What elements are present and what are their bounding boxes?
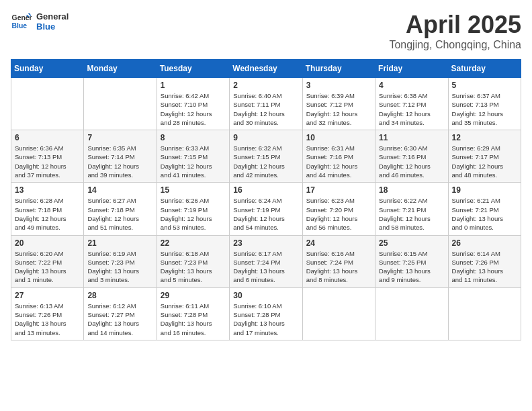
- day-number: 30: [233, 291, 298, 300]
- week-row-4: 20Sunrise: 6:20 AM Sunset: 7:22 PM Dayli…: [11, 235, 521, 287]
- day-info: Sunrise: 6:39 AM Sunset: 7:12 PM Dayligh…: [306, 91, 371, 127]
- day-number: 3: [306, 81, 371, 90]
- day-cell: 24Sunrise: 6:16 AM Sunset: 7:24 PM Dayli…: [302, 235, 375, 287]
- logo-line2: Blue: [36, 21, 69, 32]
- day-cell: 29Sunrise: 6:11 AM Sunset: 7:28 PM Dayli…: [157, 287, 229, 340]
- day-number: 17: [306, 185, 371, 195]
- day-info: Sunrise: 6:30 AM Sunset: 7:16 PM Dayligh…: [379, 144, 444, 179]
- day-info: Sunrise: 6:20 AM Sunset: 7:22 PM Dayligh…: [15, 249, 80, 285]
- day-cell: 8Sunrise: 6:33 AM Sunset: 7:15 PM Daylig…: [157, 130, 229, 183]
- week-row-1: 1Sunrise: 6:42 AM Sunset: 7:10 PM Daylig…: [11, 78, 521, 130]
- week-row-2: 6Sunrise: 6:36 AM Sunset: 7:13 PM Daylig…: [11, 130, 521, 183]
- day-info: Sunrise: 6:10 AM Sunset: 7:28 PM Dayligh…: [233, 302, 298, 337]
- day-cell: 12Sunrise: 6:29 AM Sunset: 7:17 PM Dayli…: [448, 130, 521, 183]
- day-info: Sunrise: 6:16 AM Sunset: 7:24 PM Dayligh…: [306, 249, 371, 285]
- day-cell: 17Sunrise: 6:23 AM Sunset: 7:20 PM Dayli…: [302, 183, 375, 235]
- day-info: Sunrise: 6:29 AM Sunset: 7:17 PM Dayligh…: [452, 144, 517, 179]
- day-number: 8: [161, 133, 226, 142]
- day-info: Sunrise: 6:13 AM Sunset: 7:26 PM Dayligh…: [15, 302, 80, 337]
- svg-text:General: General: [12, 14, 32, 21]
- day-cell: [448, 287, 521, 340]
- day-cell: 14Sunrise: 6:27 AM Sunset: 7:18 PM Dayli…: [84, 183, 157, 235]
- day-number: 2: [233, 81, 298, 90]
- day-number: 16: [233, 185, 298, 195]
- weekday-header-row: SundayMondayTuesdayWednesdayThursdayFrid…: [11, 60, 521, 78]
- day-number: 21: [87, 238, 152, 248]
- week-row-3: 13Sunrise: 6:28 AM Sunset: 7:18 PM Dayli…: [11, 183, 521, 235]
- day-info: Sunrise: 6:21 AM Sunset: 7:21 PM Dayligh…: [452, 196, 517, 232]
- day-number: 7: [87, 133, 152, 142]
- day-info: Sunrise: 6:33 AM Sunset: 7:15 PM Dayligh…: [161, 144, 226, 179]
- day-info: Sunrise: 6:14 AM Sunset: 7:26 PM Dayligh…: [452, 249, 517, 285]
- day-cell: 6Sunrise: 6:36 AM Sunset: 7:13 PM Daylig…: [11, 130, 84, 183]
- day-number: 19: [452, 185, 517, 195]
- weekday-header-thursday: Thursday: [302, 60, 375, 78]
- day-cell: 5Sunrise: 6:37 AM Sunset: 7:13 PM Daylig…: [448, 78, 521, 130]
- day-cell: 19Sunrise: 6:21 AM Sunset: 7:21 PM Dayli…: [448, 183, 521, 235]
- day-cell: 30Sunrise: 6:10 AM Sunset: 7:28 PM Dayli…: [230, 287, 302, 340]
- day-cell: [11, 78, 84, 130]
- day-info: Sunrise: 6:11 AM Sunset: 7:28 PM Dayligh…: [161, 302, 226, 337]
- logo-icon: General Blue: [11, 11, 32, 32]
- day-info: Sunrise: 6:19 AM Sunset: 7:23 PM Dayligh…: [87, 249, 152, 285]
- day-cell: 3Sunrise: 6:39 AM Sunset: 7:12 PM Daylig…: [302, 78, 375, 130]
- day-info: Sunrise: 6:27 AM Sunset: 7:18 PM Dayligh…: [87, 196, 152, 232]
- weekday-header-saturday: Saturday: [448, 60, 521, 78]
- day-cell: 18Sunrise: 6:22 AM Sunset: 7:21 PM Dayli…: [375, 183, 448, 235]
- day-number: 23: [233, 238, 298, 248]
- day-number: 25: [379, 238, 444, 248]
- day-info: Sunrise: 6:42 AM Sunset: 7:10 PM Dayligh…: [161, 91, 226, 127]
- day-cell: 21Sunrise: 6:19 AM Sunset: 7:23 PM Dayli…: [84, 235, 157, 287]
- day-number: 5: [452, 81, 517, 90]
- day-info: Sunrise: 6:28 AM Sunset: 7:18 PM Dayligh…: [15, 196, 80, 232]
- logo-line1: General: [36, 11, 69, 21]
- day-cell: [84, 78, 157, 130]
- day-cell: 4Sunrise: 6:38 AM Sunset: 7:12 PM Daylig…: [375, 78, 448, 130]
- week-row-5: 27Sunrise: 6:13 AM Sunset: 7:26 PM Dayli…: [11, 287, 521, 340]
- day-number: 1: [161, 81, 226, 90]
- weekday-header-sunday: Sunday: [11, 60, 84, 78]
- day-cell: 9Sunrise: 6:32 AM Sunset: 7:15 PM Daylig…: [230, 130, 302, 183]
- day-info: Sunrise: 6:12 AM Sunset: 7:27 PM Dayligh…: [87, 302, 152, 337]
- day-cell: [302, 287, 375, 340]
- weekday-header-monday: Monday: [84, 60, 157, 78]
- svg-text:Blue: Blue: [12, 22, 28, 30]
- day-info: Sunrise: 6:24 AM Sunset: 7:19 PM Dayligh…: [233, 196, 298, 232]
- day-info: Sunrise: 6:32 AM Sunset: 7:15 PM Dayligh…: [233, 144, 298, 179]
- day-info: Sunrise: 6:22 AM Sunset: 7:21 PM Dayligh…: [379, 196, 444, 232]
- day-number: 13: [15, 185, 80, 195]
- day-cell: 2Sunrise: 6:40 AM Sunset: 7:11 PM Daylig…: [230, 78, 302, 130]
- day-number: 12: [452, 133, 517, 142]
- day-cell: 13Sunrise: 6:28 AM Sunset: 7:18 PM Dayli…: [11, 183, 84, 235]
- day-info: Sunrise: 6:40 AM Sunset: 7:11 PM Dayligh…: [233, 91, 298, 127]
- day-info: Sunrise: 6:35 AM Sunset: 7:14 PM Dayligh…: [87, 144, 152, 179]
- day-number: 20: [15, 238, 80, 248]
- day-cell: 22Sunrise: 6:18 AM Sunset: 7:23 PM Dayli…: [157, 235, 229, 287]
- day-cell: 25Sunrise: 6:15 AM Sunset: 7:25 PM Dayli…: [375, 235, 448, 287]
- day-number: 4: [379, 81, 444, 90]
- day-cell: 16Sunrise: 6:24 AM Sunset: 7:19 PM Dayli…: [230, 183, 302, 235]
- day-info: Sunrise: 6:17 AM Sunset: 7:24 PM Dayligh…: [233, 249, 298, 285]
- month-title: April 2025: [389, 11, 521, 39]
- title-area: April 2025 Tongjing, Chongqing, China: [389, 11, 521, 51]
- day-number: 15: [161, 185, 226, 195]
- day-number: 24: [306, 238, 371, 248]
- day-number: 14: [87, 185, 152, 195]
- weekday-header-friday: Friday: [375, 60, 448, 78]
- day-cell: [375, 287, 448, 340]
- day-number: 22: [161, 238, 226, 248]
- day-info: Sunrise: 6:26 AM Sunset: 7:19 PM Dayligh…: [161, 196, 226, 232]
- day-info: Sunrise: 6:37 AM Sunset: 7:13 PM Dayligh…: [452, 91, 517, 127]
- weekday-header-wednesday: Wednesday: [230, 60, 302, 78]
- day-cell: 15Sunrise: 6:26 AM Sunset: 7:19 PM Dayli…: [157, 183, 229, 235]
- day-cell: 11Sunrise: 6:30 AM Sunset: 7:16 PM Dayli…: [375, 130, 448, 183]
- day-number: 29: [161, 291, 226, 300]
- weekday-header-tuesday: Tuesday: [157, 60, 229, 78]
- day-number: 28: [87, 291, 152, 300]
- day-number: 26: [452, 238, 517, 248]
- day-info: Sunrise: 6:15 AM Sunset: 7:25 PM Dayligh…: [379, 249, 444, 285]
- header: General Blue General Blue April 2025 Ton…: [11, 11, 521, 51]
- day-number: 6: [15, 133, 80, 142]
- day-info: Sunrise: 6:23 AM Sunset: 7:20 PM Dayligh…: [306, 196, 371, 232]
- day-cell: 28Sunrise: 6:12 AM Sunset: 7:27 PM Dayli…: [84, 287, 157, 340]
